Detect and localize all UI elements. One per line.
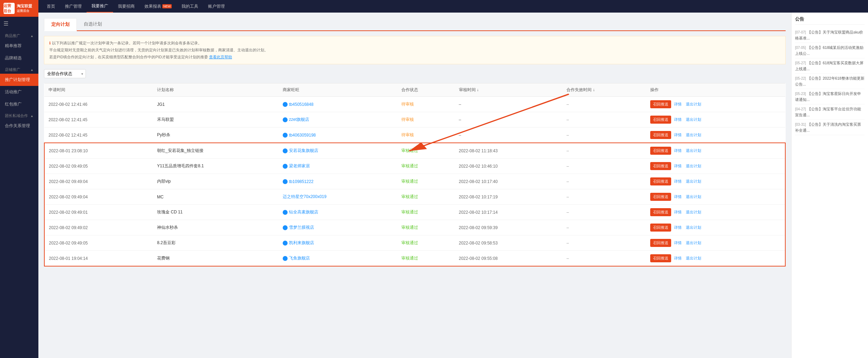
plan-button[interactable]: 退出计划 [684,117,703,122]
nav-want-promo[interactable]: 我要推广 [87,0,113,13]
store-verified-icon [283,164,288,169]
cancel-button[interactable]: 召回推送 [650,239,671,247]
status-filter[interactable]: 全部合作状态 待审核 审核通过 已失效 [44,69,86,78]
help-link[interactable]: 查看此页帮助 [209,55,232,59]
notice-item[interactable]: [07-05]【公告】618城某后的活动奖激励上线公... [795,43,865,58]
cell-time: 2022-08-02 09:49:05 [44,235,153,251]
store-link[interactable]: tb109851222 [283,179,393,184]
store-link[interactable]: tb450516848 [283,102,393,107]
sidebar-section-partner[interactable]: 团长私域合作 ▲ [0,110,38,120]
detail-button[interactable]: 详情 [673,240,683,246]
store-link[interactable]: 钻全高素旗舰店 [283,209,393,215]
nav-account[interactable]: 账户管理 [203,0,230,13]
detail-button[interactable]: 详情 [673,256,683,261]
detail-button[interactable]: 详情 [673,132,683,138]
cell-review-time: 2022-08-02 09:55:08 [455,251,563,266]
detail-button[interactable]: 详情 [673,194,683,199]
notice-item[interactable]: [05-27]【公告】618淘宝客买卖数据大屏上线通... [795,58,865,74]
sidebar-item-hongbao[interactable]: 红包推广 [0,98,38,110]
cancel-button[interactable]: 召回推送 [650,208,671,216]
table-row: 2022-08-02 12:41:46 JG1 tb450516848 待审核 … [44,97,785,112]
plan-button[interactable]: 退出计划 [684,163,703,169]
store-link[interactable]: 凯利来旗舰店 [283,240,393,246]
cell-review-time: 2022-08-02 11:18:43 [455,143,563,159]
sidebar-item-pinpai[interactable]: 品牌精选 [0,52,38,64]
sidebar-item-jingdan[interactable]: 精单推荐 [0,40,38,52]
cell-actions: 召回推送 详情 退出计划 [646,143,785,159]
cancel-button[interactable]: 召回推送 [650,254,671,262]
notice-item[interactable]: [03-31]【公告】关于清洗内淘宝客买票补全通... [795,120,865,135]
notice-date: [05-22] [795,76,806,80]
store-link[interactable]: 安若花集旗舰店 [283,148,393,154]
nav-recruit[interactable]: 我要招商 [113,0,140,13]
plan-button[interactable]: 退出计划 [684,256,703,261]
cancel-button[interactable]: 召回推送 [650,100,671,108]
store-link[interactable]: 迈之特星空70x200x019 [283,194,393,200]
logo-sub-label: 运营后台 [17,9,32,13]
sidebar-item-plan-mgmt[interactable]: 推广计划管理 [0,74,38,86]
detail-button[interactable]: 详情 [673,163,683,169]
sidebar-section-goods[interactable]: 商品推广 ▲ [0,30,38,40]
notice-item[interactable]: [04-27]【公告】淘宝客平台近但升功能宣告通... [795,104,865,120]
action-group: 召回推送 详情 退出计划 [650,254,781,262]
detail-button[interactable]: 详情 [673,148,683,153]
action-group: 召回推送 详情 退出计划 [650,177,781,185]
nav-home[interactable]: 首页 [42,0,60,13]
detail-button[interactable]: 详情 [673,102,683,107]
store-link[interactable]: zzet旗舰店 [283,117,393,123]
notice-item[interactable]: [05-23]【公告】淘宝客星际日向开发申请通知... [795,89,865,104]
plan-button[interactable]: 退出计划 [684,194,703,199]
cancel-button[interactable]: 召回推送 [650,147,671,155]
plan-button[interactable]: 退出计划 [684,240,703,246]
sidebar-item-activity[interactable]: 活动推广 [0,86,38,98]
cell-store: 安若花集旗舰店 [279,143,397,159]
plan-button[interactable]: 退出计划 [684,132,703,138]
cell-time: 2022-08-02 09:49:04 [44,174,153,189]
plan-button[interactable]: 退出计划 [684,210,703,215]
tab-dingxiang[interactable]: 定向计划 [44,18,77,31]
action-group: 召回推送 详情 退出计划 [650,162,781,170]
table-row: 2022-08-02 09:49:01 玫瑰金 CD 11 钻全高素旗舰店 审核… [44,205,785,220]
cell-time: 2022-08-02 09:49:04 [44,189,153,205]
plan-button[interactable]: 退出计划 [684,102,703,107]
status-badge: 审核通过 [401,256,418,261]
cancel-button[interactable]: 召回推送 [650,131,671,139]
action-group: 召回推送 详情 退出计划 [650,131,781,139]
nav-tools[interactable]: 我的工具 [177,0,203,13]
cell-store: 迈之特星空70x200x019 [279,189,397,205]
plan-button[interactable]: 退出计划 [684,179,703,184]
cancel-button[interactable]: 召回推送 [650,162,671,170]
cancel-button[interactable]: 召回推送 [650,177,671,185]
table-row: 2022-08-01 23:08:10 朝红_安若花集_独立链接 安若花集旗舰店… [44,143,785,159]
plan-button[interactable]: 退出计划 [684,225,703,230]
sidebar-item-relation[interactable]: 合作关系管理 [0,120,38,132]
store-link[interactable]: tb4063059198 [283,133,393,138]
detail-button[interactable]: 详情 [673,210,683,215]
col-action: 操作 [646,83,785,97]
table-row: 2022-08-01 19:04:14 花费钢 飞鱼旗舰店 审核通过 2022-… [44,251,785,266]
plan-button[interactable]: 退出计划 [684,148,703,153]
cell-review-time: – [455,112,563,127]
store-verified-icon [283,133,288,138]
detail-button[interactable]: 详情 [673,179,683,184]
store-promo-label: 店铺推广 [5,67,20,72]
status-badge: 审核通过 [401,148,418,153]
tab-zixuan[interactable]: 自选计划 [77,18,109,30]
nav-report[interactable]: 效果报表 NEW [140,0,177,13]
store-link[interactable]: 飞鱼旗舰店 [283,255,393,261]
cancel-button[interactable]: 召回推送 [650,193,671,201]
sidebar-section-store[interactable]: 店铺推广 ▲ [0,64,38,74]
store-verified-icon [283,102,288,107]
notice-item[interactable]: [07-07]【公告】关于淘宝联盟商品sku价格基准... [795,28,865,43]
sidebar-toggle[interactable]: ☰ [0,17,38,30]
detail-button[interactable]: 详情 [673,117,683,122]
store-link[interactable]: 雪梦兰膜视店 [283,225,393,231]
detail-button[interactable]: 详情 [673,225,683,230]
nav-promo-mgmt[interactable]: 推广管理 [60,0,87,13]
store-link[interactable]: 梁老师家居 [283,163,393,169]
store-verified-icon [283,256,288,261]
cell-time: 2022-08-02 12:41:46 [44,97,153,112]
notice-item[interactable]: [05-22]【公告】2022年618整体功能更新公告... [795,74,865,89]
cancel-button[interactable]: 召回推送 [650,224,671,232]
cancel-button[interactable]: 召回推送 [650,116,671,124]
